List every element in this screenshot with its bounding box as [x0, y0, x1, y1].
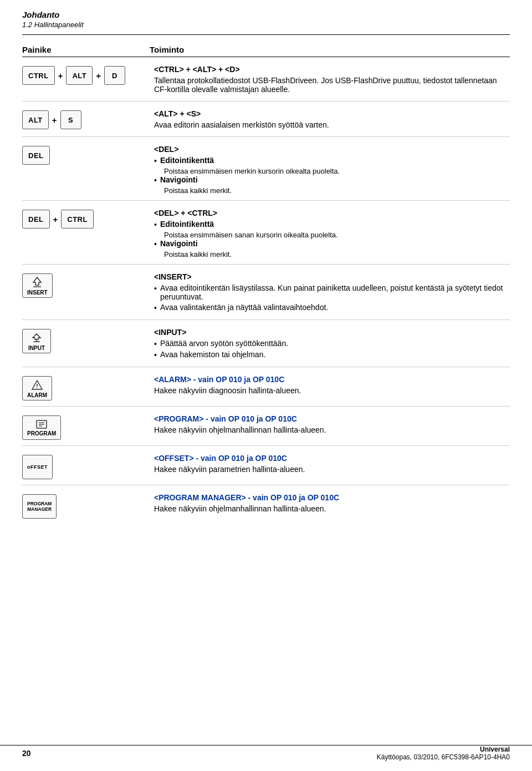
col-toiminto-header: Toiminto	[150, 45, 510, 54]
bullet-dot: •	[154, 303, 157, 312]
header-title: Johdanto	[22, 10, 510, 19]
row-desc-offset: Hakee näkyviin parametrien hallinta-alue…	[154, 465, 510, 474]
key-box-ctrl: CTRL	[61, 210, 94, 229]
bullet-dot: •	[154, 220, 157, 229]
row-desc-alarm: Hakee näkyviin diagnoosin hallinta-aluee…	[154, 386, 510, 395]
row-title-ctrl-alt-d: <CTRL> + <ALT> + <D>	[154, 65, 510, 74]
key-box-d: D	[104, 66, 125, 85]
row-desc-program: Hakee näkyviin ohjelmanhallinnan hallint…	[154, 425, 510, 434]
table-row: PROGRAM <PROGRAM> - vain OP 010 ja OP 01…	[22, 407, 510, 446]
bullet-dot: •	[154, 351, 157, 359]
key-input: INPUT	[22, 329, 51, 353]
desc-cell-program: <PROGRAM> - vain OP 010 ja OP 010CHakee …	[150, 414, 510, 436]
table-row: oFFSET <OFFSET> - vain OP 010 ja OP 010C…	[22, 446, 510, 485]
bullet-label-text: Editointikenttä	[160, 156, 510, 165]
bullet-dot: •	[154, 240, 157, 248]
row-title-alarm: <ALARM> - vain OP 010 ja OP 010C	[154, 375, 510, 384]
key-box-del: DEL	[22, 210, 50, 229]
key-cell-input: INPUT	[22, 328, 150, 353]
bullet-sub-desc: Poistaa ensimmäisen merkin kursorin oike…	[164, 167, 510, 175]
header-subtitle: 1.2 Hallintapaneelit	[22, 21, 510, 29]
bullet-text: Päättää arvon syötön syöttökenttään.	[160, 339, 510, 348]
plus-sign: +	[95, 71, 102, 80]
svg-point-7	[37, 387, 38, 388]
table-row: CTRL+ALT+D<CTRL> + <ALT> + <D>Tallentaa …	[22, 57, 510, 102]
row-title-input: <INPUT>	[154, 328, 510, 337]
bullet-dot: •	[154, 176, 157, 185]
bullet-item: •Editointikenttä	[154, 220, 510, 229]
svg-marker-0	[33, 277, 41, 285]
footer-info: Universal Käyttöopas, 03/2010, 6FC5398-6…	[377, 745, 510, 761]
bullet-label-text: Editointikenttä	[160, 220, 510, 229]
plus-sign: +	[51, 115, 58, 125]
bullet-label-text: Navigointi	[160, 175, 510, 184]
row-title-insert: <INSERT>	[154, 272, 510, 281]
key-box-s: S	[60, 110, 81, 129]
key-cell-offset: oFFSET	[22, 454, 150, 479]
key-insert: INSERT	[22, 273, 53, 298]
footer-page: 20	[22, 749, 44, 758]
bullet-sub-desc: Poistaa kaikki merkit.	[164, 186, 510, 195]
bullet-sub-desc: Poistaa kaikki merkit.	[164, 250, 510, 258]
desc-cell-offset: <OFFSET> - vain OP 010 ja OP 010CHakee n…	[150, 454, 510, 475]
desc-cell-alarm: <ALARM> - vain OP 010 ja OP 010CHakee nä…	[150, 375, 510, 397]
bullet-item: •Avaa hakemiston tai ohjelman.	[154, 350, 510, 359]
bullet-sub-desc: Poistaa ensimmäisen sanan kursorin oikea…	[164, 231, 510, 239]
key-program: PROGRAM	[22, 415, 61, 440]
header-line	[22, 34, 510, 35]
table-header: Painike Toiminto	[22, 45, 510, 57]
row-desc-ctrl-alt-d: Tallentaa protokollatiedostot USB-FlashD…	[154, 76, 510, 94]
row-title-del-ctrl: <DEL> + <CTRL>	[154, 209, 510, 217]
table-row: PROGRAM MANAGER <PROGRAM MANAGER> - vain…	[22, 485, 510, 524]
key-cell-program-manager: PROGRAM MANAGER	[22, 493, 150, 519]
row-desc-program-manager: Hakee näkyviin ohjelmanhallinnan hallint…	[154, 504, 510, 513]
bullet-text: Avaa valintakentän ja näyttää valintavai…	[160, 303, 510, 312]
bullet-item: •Avaa editointikentän lisäystilassa. Kun…	[154, 283, 510, 301]
key-cell-alarm: ALARM	[22, 375, 150, 400]
rows-container: CTRL+ALT+D<CTRL> + <ALT> + <D>Tallentaa …	[22, 57, 510, 524]
row-desc-alt-s: Avaa editorin aasialaisen merkistön syöt…	[154, 120, 510, 129]
bullet-dot: •	[154, 284, 157, 293]
bullet-item: •Navigointi	[154, 239, 510, 248]
footer: 20 Universal Käyttöopas, 03/2010, 6FC539…	[0, 745, 532, 761]
bullet-dot: •	[154, 156, 157, 165]
desc-cell-alt-s: <ALT> + <S>Avaa editorin aasialaisen mer…	[150, 109, 510, 131]
desc-cell-ctrl-alt-d: <CTRL> + <ALT> + <D>Tallentaa protokolla…	[150, 65, 510, 95]
key-box-alt: ALT	[22, 110, 49, 129]
footer-brand: Universal	[377, 745, 510, 753]
desc-cell-del-ctrl: <DEL> + <CTRL>•EditointikenttäPoistaa en…	[150, 209, 510, 258]
row-title-del: <DEL>	[154, 145, 510, 154]
bullet-text: Avaa editointikentän lisäystilassa. Kun …	[160, 283, 510, 301]
row-title-program: <PROGRAM> - vain OP 010 ja OP 010C	[154, 414, 510, 423]
bullet-item: •Päättää arvon syötön syöttökenttään.	[154, 339, 510, 348]
key-program-manager: PROGRAM MANAGER	[22, 494, 57, 519]
table-row: DEL<DEL>•EditointikenttäPoistaa ensimmäi…	[22, 137, 510, 201]
desc-cell-program-manager: <PROGRAM MANAGER> - vain OP 010 ja OP 01…	[150, 493, 510, 515]
key-cell-ctrl-alt-d: CTRL+ALT+D	[22, 65, 150, 85]
row-title-alt-s: <ALT> + <S>	[154, 109, 510, 118]
row-title-offset: <OFFSET> - vain OP 010 ja OP 010C	[154, 454, 510, 463]
footer-doc-info: Käyttöopas, 03/2010, 6FC5398-6AP10-4HA0	[377, 753, 510, 761]
table-row: ALARM <ALARM> - vain OP 010 ja OP 010CHa…	[22, 367, 510, 407]
col-painike-header: Painike	[22, 45, 150, 54]
bullet-item: •Avaa valintakentän ja näyttää valintava…	[154, 303, 510, 312]
bullet-item: •Navigointi	[154, 175, 510, 185]
key-box-alt: ALT	[66, 66, 93, 85]
page-wrapper: Johdanto 1.2 Hallintapaneelit Painike To…	[0, 0, 532, 557]
plus-sign: +	[52, 215, 59, 224]
bullet-text: Avaa hakemiston tai ohjelman.	[160, 350, 510, 359]
desc-cell-del: <DEL>•EditointikenttäPoistaa ensimmäisen…	[150, 145, 510, 195]
key-cell-insert: INSERT	[22, 272, 150, 298]
key-offset: oFFSET	[22, 455, 53, 479]
svg-marker-2	[33, 334, 40, 339]
key-cell-program: PROGRAM	[22, 414, 150, 440]
plus-sign: +	[57, 71, 64, 80]
desc-cell-input: <INPUT>•Päättää arvon syötön syöttökentt…	[150, 328, 510, 361]
table-row: INPUT <INPUT>•Päättää arvon syötön syött…	[22, 320, 510, 367]
bullet-dot: •	[154, 339, 157, 348]
key-alarm: ALARM	[22, 376, 52, 400]
row-title-program-manager: <PROGRAM MANAGER> - vain OP 010 ja OP 01…	[154, 493, 510, 502]
key-cell-alt-s: ALT+S	[22, 109, 150, 129]
table-row: ALT+S<ALT> + <S>Avaa editorin aasialaise…	[22, 102, 510, 137]
table-row: INSERT <INSERT>•Avaa editointikentän lis…	[22, 265, 510, 320]
